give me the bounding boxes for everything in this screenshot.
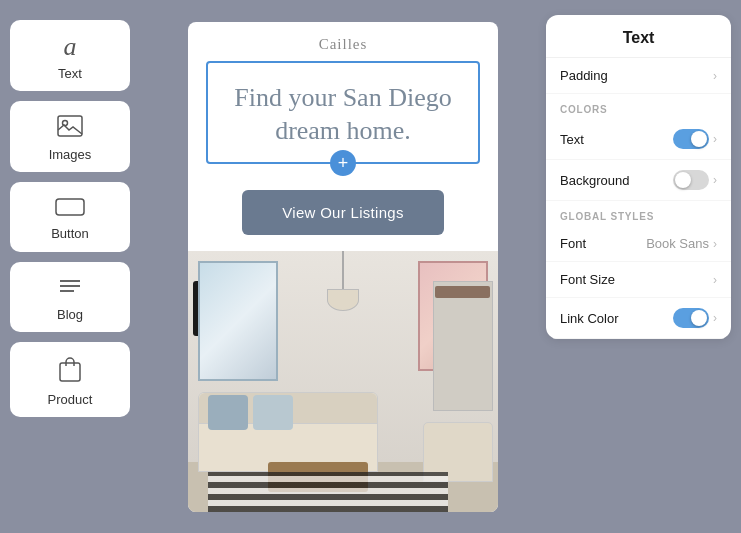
font-row[interactable]: Font Book Sans › xyxy=(546,226,731,262)
link-color-row-right: › xyxy=(673,308,717,328)
room-pillow1 xyxy=(208,395,248,430)
font-value: Book Sans xyxy=(646,236,709,251)
room-shelf xyxy=(433,281,493,411)
text-toggle[interactable] xyxy=(673,129,709,149)
text-color-row-right: › xyxy=(673,129,717,149)
sidebar: a Text Images Button Blog xyxy=(0,0,140,533)
blog-icon xyxy=(58,277,82,301)
sidebar-item-product[interactable]: Product xyxy=(10,342,130,417)
padding-label: Padding xyxy=(560,68,608,83)
text-icon: a xyxy=(64,34,77,60)
svg-rect-6 xyxy=(60,363,80,381)
images-icon xyxy=(57,115,83,141)
text-toggle-knob xyxy=(691,131,707,147)
font-label: Font xyxy=(560,236,586,251)
site-name: Cailles xyxy=(319,22,368,61)
room-bookend xyxy=(435,286,490,298)
link-color-label: Link Color xyxy=(560,311,619,326)
background-toggle-knob xyxy=(675,172,691,188)
padding-row[interactable]: Padding › xyxy=(546,58,731,94)
hero-heading: Find your San Diego dream home. xyxy=(228,81,458,149)
text-color-row[interactable]: Text › xyxy=(546,119,731,160)
right-panel: Text Padding › Colors Text › Background … xyxy=(546,15,731,339)
hero-image xyxy=(188,251,498,511)
chevron-icon: › xyxy=(713,132,717,146)
text-color-label: Text xyxy=(560,132,584,147)
sidebar-item-label: Product xyxy=(48,392,93,407)
link-color-toggle[interactable] xyxy=(673,308,709,328)
sidebar-item-label: Text xyxy=(58,66,82,81)
padding-row-right: › xyxy=(713,69,717,83)
font-size-row[interactable]: Font Size › xyxy=(546,262,731,298)
svg-rect-2 xyxy=(56,199,84,215)
sidebar-item-label: Blog xyxy=(57,307,83,322)
cta-button[interactable]: View Our Listings xyxy=(242,190,444,235)
sidebar-item-label: Images xyxy=(49,147,92,162)
global-styles-section-label: Global Styles xyxy=(546,201,731,226)
sidebar-item-button[interactable]: Button xyxy=(10,182,130,252)
panel-title: Text xyxy=(623,29,655,46)
font-row-right: Book Sans › xyxy=(646,236,717,251)
link-color-toggle-knob xyxy=(691,310,707,326)
link-color-row[interactable]: Link Color › xyxy=(546,298,731,339)
product-icon xyxy=(59,356,81,386)
sidebar-item-images[interactable]: Images xyxy=(10,101,130,172)
room-lamp xyxy=(342,251,344,311)
chevron-icon: › xyxy=(713,69,717,83)
panel-header: Text xyxy=(546,15,731,58)
canvas-area: Cailles Find your San Diego dream home. … xyxy=(140,0,546,533)
background-label: Background xyxy=(560,173,629,188)
sidebar-item-blog[interactable]: Blog xyxy=(10,262,130,332)
room-window-left xyxy=(198,261,278,381)
font-size-label: Font Size xyxy=(560,272,615,287)
background-toggle[interactable] xyxy=(673,170,709,190)
chevron-icon: › xyxy=(713,311,717,325)
background-row[interactable]: Background › xyxy=(546,160,731,201)
svg-rect-0 xyxy=(58,116,82,136)
phone-frame: Cailles Find your San Diego dream home. … xyxy=(188,22,498,512)
hero-text-block[interactable]: Find your San Diego dream home. + xyxy=(206,61,480,165)
add-block-button[interactable]: + xyxy=(330,150,356,176)
sidebar-item-text[interactable]: a Text xyxy=(10,20,130,91)
font-size-row-right: › xyxy=(713,273,717,287)
chevron-icon: › xyxy=(713,173,717,187)
chevron-icon: › xyxy=(713,273,717,287)
background-row-right: › xyxy=(673,170,717,190)
room-rug xyxy=(208,472,448,512)
chevron-icon: › xyxy=(713,237,717,251)
button-icon xyxy=(55,198,85,220)
colors-section-label: Colors xyxy=(546,94,731,119)
room-pillow2 xyxy=(253,395,293,430)
sidebar-item-label: Button xyxy=(51,226,89,241)
